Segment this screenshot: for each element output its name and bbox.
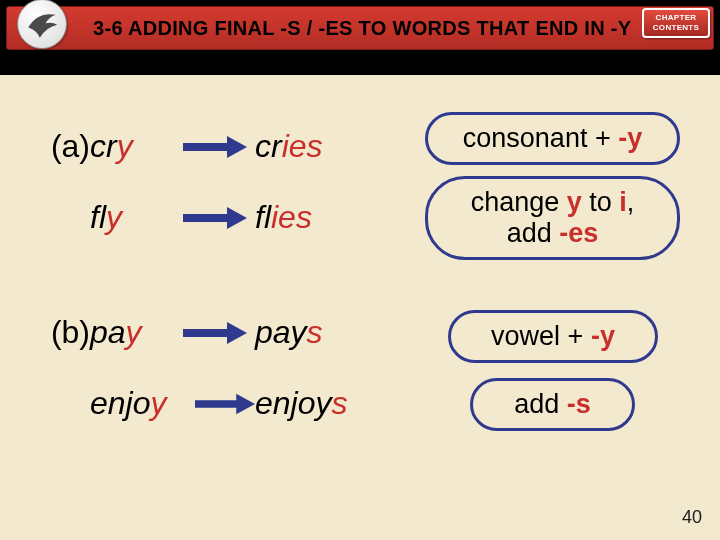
arrow-icon — [183, 322, 247, 344]
chapter-btn-line1: CHAPTER — [656, 13, 697, 23]
svg-marker-7 — [236, 393, 255, 414]
result-pays-base: pay — [255, 314, 307, 350]
callout4-text: add — [514, 389, 567, 419]
c2-t1: change — [471, 187, 567, 217]
word-fly-base: fl — [90, 199, 106, 235]
result-enjoys: enjoys — [255, 385, 385, 422]
c2-y: y — [567, 187, 582, 217]
result-pays-s: s — [307, 314, 323, 350]
word-fly-y: y — [106, 199, 122, 235]
result-enjoys-s: s — [332, 385, 348, 421]
c2-es: -es — [559, 218, 598, 248]
callout3-text: vowel + — [491, 321, 591, 351]
label-a: (a) — [0, 128, 90, 165]
result-flies-base: fl — [255, 199, 271, 235]
callout2-line2: add -es — [446, 218, 659, 249]
header-bar: 3-6 ADDING FINAL -S / -ES TO WORDS THAT … — [0, 0, 720, 75]
svg-rect-2 — [183, 214, 229, 222]
result-pays: pays — [255, 314, 385, 351]
svg-marker-3 — [227, 207, 247, 229]
label-b: (b) — [0, 314, 90, 351]
slide-title: 3-6 ADDING FINAL -S / -ES TO WORDS THAT … — [93, 17, 631, 40]
chapter-btn-line2: CONTENTS — [653, 23, 699, 33]
word-pay-y: y — [126, 314, 142, 350]
header-red-strip: 3-6 ADDING FINAL -S / -ES TO WORDS THAT … — [6, 6, 714, 50]
word-pay: pay — [90, 314, 175, 351]
word-enjoy: enjoy — [90, 385, 195, 422]
callout1-y: -y — [618, 123, 642, 153]
callout-add-s: add -s — [470, 378, 635, 431]
arrow-4 — [195, 393, 255, 415]
svg-rect-0 — [183, 143, 229, 151]
result-cries-es: es — [289, 128, 323, 164]
svg-rect-4 — [183, 329, 229, 337]
callout3-y: -y — [591, 321, 615, 351]
callout-change-y-i: change y to i, add -es — [425, 176, 680, 260]
bird-logo-icon — [17, 0, 67, 49]
chapter-contents-button[interactable]: CHAPTER CONTENTS — [642, 8, 710, 38]
svg-rect-6 — [195, 400, 238, 408]
svg-marker-5 — [227, 322, 247, 344]
bird-icon — [24, 6, 60, 42]
arrow-icon — [183, 136, 247, 158]
c2-t4: add — [507, 218, 560, 248]
result-cries: cries — [255, 128, 385, 165]
c2-t2: to — [582, 187, 620, 217]
result-flies-es: es — [278, 199, 312, 235]
word-cry: cry — [90, 128, 175, 165]
callout2-line1: change y to i, — [446, 187, 659, 218]
word-cry-y: y — [117, 128, 133, 164]
c2-t3: , — [627, 187, 635, 217]
word-cry-base: cr — [90, 128, 117, 164]
word-enjoy-base: enjo — [90, 385, 151, 421]
arrow-3 — [175, 322, 255, 344]
callout-vowel-y: vowel + -y — [448, 310, 658, 363]
page-number: 40 — [682, 507, 702, 528]
c2-i: i — [619, 187, 627, 217]
callout1-text: consonant + — [463, 123, 618, 153]
arrow-2 — [175, 207, 255, 229]
result-enjoys-base: enjoy — [255, 385, 332, 421]
arrow-icon — [195, 393, 255, 415]
callout4-s: -s — [567, 389, 591, 419]
result-flies: flies — [255, 199, 385, 236]
arrow-icon — [183, 207, 247, 229]
callout-consonant-y: consonant + -y — [425, 112, 680, 165]
arrow-1 — [175, 136, 255, 158]
result-cries-base: cr — [255, 128, 282, 164]
word-pay-base: pa — [90, 314, 126, 350]
word-enjoy-y: y — [151, 385, 167, 421]
result-cries-i: i — [282, 128, 289, 164]
svg-marker-1 — [227, 136, 247, 158]
word-fly: fly — [90, 199, 175, 236]
